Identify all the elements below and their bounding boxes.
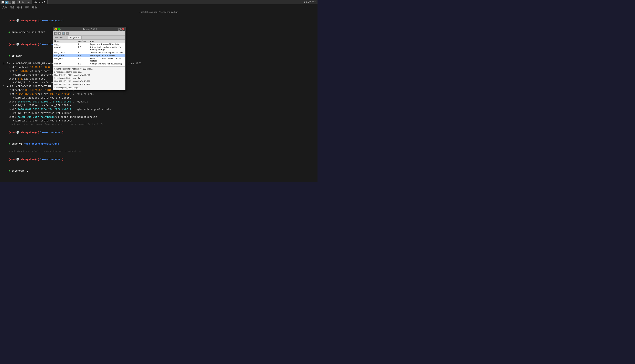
toolbar-icon-1[interactable]: ✏: [54, 32, 58, 35]
minimize-button[interactable]: –: [54, 28, 57, 30]
prompt-dir-1: /home/zhouyuhan: [39, 19, 62, 22]
tab-plugins-close[interactable]: ✕: [78, 36, 79, 38]
menu-view[interactable]: 查看: [25, 6, 30, 10]
plugin-row[interactable]: autoadd1.2Automatically add new victims …: [53, 46, 125, 51]
plugin-table-body[interactable]: arp_cop1.1Report suspicious ARP activity…: [53, 43, 125, 66]
app-icon-2[interactable]: ▶: [5, 0, 8, 4]
ettercap-window: – □ Ettercap 0.8.3.1 ⚙ ✕ ✏ ■ 🔍 ≡ Host Li…: [53, 27, 126, 90]
menu-help[interactable]: 帮助: [32, 6, 37, 10]
plugin-row[interactable]: find_conn1.0Search connections on a swit…: [53, 65, 125, 66]
toolbar-icon-2[interactable]: ■: [58, 32, 61, 35]
log-line: Host 192.168.129.52 added to TARGET1: [54, 74, 124, 77]
ip-line-2: link/loopback 00:00:00:00:00:00 brd 00:0…: [2, 66, 315, 69]
plugin-row[interactable]: dos_attack1.0Run a d.o.s. attack against…: [53, 57, 125, 62]
app-icon-1[interactable]: ⬜: [1, 0, 4, 4]
taskbar-tabs: Ettercap gterminal: [17, 0, 48, 4]
tab-gterminal[interactable]: gterminal: [32, 0, 48, 4]
settings-icon[interactable]: ⚙: [118, 28, 121, 30]
terminal-line-prompt3: (root💀 zhouyuhan)-[/home/zhouyuhan]: [2, 127, 315, 138]
ip-line-11: inet6 2408:8409:3030:228e:fe73:fd3e:bfe5…: [2, 100, 315, 104]
terminal-line-prompt2: (root💀 zhouyuhan)-[/home/zhouyuhan]: [2, 39, 315, 50]
terminal-cmd2: # ip addr: [2, 50, 315, 62]
taskbar: ⬜ ▶ ⬛ ⚙ Ettercap gterminal 03:47 下午: [0, 0, 317, 4]
taskbar-time: 03:47 下午: [304, 1, 316, 4]
log-line: 2 hosts added to the hosts list...: [54, 77, 124, 80]
taskbar-apps: ⬜ ▶ ⬛ ⚙: [1, 0, 15, 4]
terminal-cmd1: # sudo service ssh start: [2, 26, 315, 38]
ip-line-15: inet6 fe80::20c:29ff:fe8f:2131/64 scope …: [2, 115, 315, 119]
ettercap-log: Scanning the whole netmask for 255 hosts…: [53, 66, 125, 90]
tab-host-list-close[interactable]: ✕: [64, 37, 66, 38]
plugin-row[interactable]: dummy3.0A plugin template (for developer…: [53, 62, 125, 65]
terminal-cmd3: # sudo vi /etc/ettercap/etter.dns: [2, 138, 315, 150]
ip-line-10: valid_lft 2883sec preferred_lft 2883se: [2, 96, 315, 100]
ip-line-1: 1: lo: <LOOPBACK,UP,LOWER_UP> mtu 65536 …: [2, 62, 315, 66]
toolbar-icon-4[interactable]: ≡: [66, 32, 69, 35]
ettercap-window-title: Ettercap 0.8.3.1: [61, 28, 118, 30]
ettercap-window-close: ⚙ ✕: [118, 28, 124, 30]
taskbar-right: 03:47 下午: [304, 1, 316, 4]
close-button[interactable]: ✕: [121, 28, 124, 30]
plugin-row[interactable]: dns_spoof1.3Sends spoofed dns replies: [53, 54, 125, 57]
app-icon-4[interactable]: ⚙: [12, 0, 15, 4]
ip-line-6: valid_lft forever preferred_lft foreve: [2, 81, 315, 85]
ip-line-8: link/ether 00:0c:29:8f:21:31 brd ff:ff:f…: [2, 88, 315, 92]
terminal-cmd4: # ettercap -G: [2, 165, 315, 177]
log-line: Host 192.168.129.77 added to TARGET1: [54, 83, 124, 86]
ip-line-13: inet6 2408:8409:3030:228e:20c:29ff:fe8f:…: [2, 108, 315, 112]
terminal-path: root@zhouyuhan:/home/zhouyuhan: [2, 10, 315, 14]
ettercap-window-controls: – □: [54, 28, 61, 30]
ip-line-14: valid_lft 2887sec preferred_lft 2887se: [2, 111, 315, 115]
tab-plugins[interactable]: Plugins ✕: [68, 36, 82, 40]
log-line: Activating dns_spoof plugin...: [54, 86, 124, 89]
ettercap-tabs: Host List ✕ Plugins ✕: [53, 36, 125, 40]
plugin-row[interactable]: chk_poison1.1Check if the poisoning had …: [53, 51, 125, 54]
ip-line-4: valid_lft forever preferred_lft forever: [2, 73, 315, 77]
log-line: 2 hosts added to the hosts list...: [54, 70, 124, 74]
terminal[interactable]: 文件 动作 编辑 查看 帮助 root@zhouyuhan:/home/zhou…: [0, 4, 317, 182]
ettercap-toolbar: ✏ ■ 🔍 ≡: [53, 31, 125, 36]
ettercap-plugin-table: Name Version Info arp_cop1.1Report suspi…: [53, 40, 125, 66]
app-icon-3[interactable]: ⬛: [8, 0, 11, 4]
prompt-user-1: (root💀 zhouyuhan)-[: [9, 19, 39, 22]
gtk-line-2: ... gtk_widget_has_default ... assertion…: [2, 150, 315, 153]
gtk-line-1: ... gtk_style_context_remove_class asser…: [2, 123, 315, 126]
maximize-button[interactable]: □: [58, 28, 61, 30]
terminal-line-prompt4: (root💀 zhouyuhan)-[/home/zhouyuhan]: [2, 154, 315, 165]
log-line: Host 192.168.129.52 added to TARGET1: [54, 80, 124, 83]
menu-file[interactable]: 文件: [2, 6, 7, 10]
ettercap-copyright: ettercap 0.8.3.1 copyright 2001-2020 Ett…: [2, 178, 315, 182]
menu-action[interactable]: 动作: [10, 6, 15, 10]
log-line: Scanning the whole netmask for 255 hosts…: [54, 68, 124, 70]
tab-host-list[interactable]: Host List ✕: [53, 36, 68, 40]
ip-line-5: inet6 ::1/128 scope host: [2, 77, 315, 81]
ip-line-12: valid_lft 2887sec preferred_lft 2887se: [2, 104, 315, 108]
terminal-menu-bar: 文件 动作 编辑 查看 帮助: [2, 6, 315, 10]
ip-line-9: inet 192.168.129.22/24 brd 192.168.129.2…: [2, 92, 315, 96]
ettercap-titlebar: – □ Ettercap 0.8.3.1 ⚙ ✕: [53, 27, 125, 31]
ip-line-16: valid_lft forever preferred_lft forever: [2, 119, 315, 123]
plugin-table-header: Name Version Info: [53, 40, 125, 43]
plugin-row[interactable]: arp_cop1.1Report suspicious ARP activity: [53, 43, 125, 46]
ip-line-7: 2: eth0: <BROADCAST,MULTICAST,UP,LOWER_U…: [2, 85, 315, 88]
taskbar-left: ⬜ ▶ ⬛ ⚙ Ettercap gterminal: [1, 0, 48, 4]
menu-edit[interactable]: 编辑: [17, 6, 22, 10]
terminal-line-prompt1: (root💀 zhouyuhan)-[/home/zhouyuhan]: [2, 15, 315, 27]
tab-ettercap[interactable]: Ettercap: [17, 0, 32, 4]
ip-line-3: inet 127.0.0.1/8 scope host lo: [2, 69, 315, 73]
toolbar-icon-3[interactable]: 🔍: [62, 32, 65, 35]
